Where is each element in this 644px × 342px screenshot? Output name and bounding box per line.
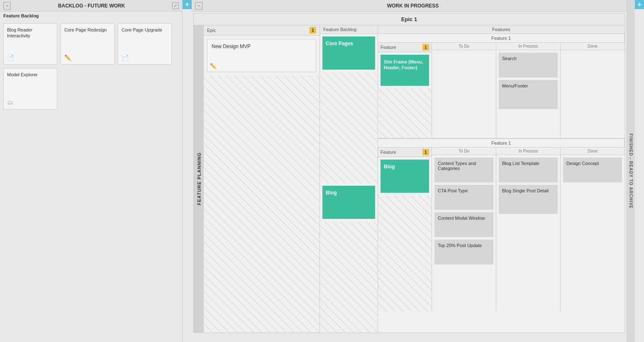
feature2-section-header: Feature 1 [378,139,624,148]
new-design-mvp-card[interactable]: New Design MVP ✏️ [207,39,316,72]
f2-diag [378,195,432,311]
content-types-card[interactable]: Content Types and Categories [434,158,493,182]
feature2-inprocess-content: Blog List Template Blog Single Post Deta… [496,158,560,214]
add-col-button[interactable]: + [183,0,192,9]
feature2-col: Feature 1 Blog [378,148,432,311]
feature-backlog-column: Feature Backlog Core Pages Blog [320,25,378,332]
card-title-core-redesign: Core Page Redesign [64,27,111,33]
backlog-card-core-upgrade[interactable]: Core Page Upgrade 📄 [118,23,172,65]
backlog-collapse-btn[interactable]: − [3,2,11,10]
epic-diag-fill [204,75,320,332]
feature1-done-col: Done [561,43,624,138]
finished-sidebar: FINISHED - READY TO ARCHIVE [627,0,635,342]
card-title-blog-reader: Blog Reader Interactivity [7,27,54,39]
wip-content: Epic 1 FEATURE PLANNING Epic 1 New Desig… [192,12,627,342]
epic-title: Epic 1 [194,14,624,25]
stack-icon-3: 🗂 [7,99,13,106]
search-card[interactable]: Search [499,53,558,78]
backlog-panel: − BACKLOG - FUTURE WORK ⤢ Feature Backlo… [0,0,183,342]
feature2-row: Feature 1 Blog To Do [378,148,624,311]
blog-single-post-card[interactable]: Blog Single Post Detail [499,185,558,214]
blog-list-template-card[interactable]: Blog List Template [499,158,558,182]
feature2-badge: 1 [422,149,429,155]
feature1-badge: 1 [422,44,429,51]
feature1-section-header: Feature 1 [378,34,624,43]
backlog-card-model-explorer[interactable]: Model Explorer 🗂 [3,68,57,109]
card-title-core-upgrade: Core Page Upgrade [122,27,168,33]
cta-post-type-card[interactable]: CTA Post Type [434,185,493,210]
backlog-card-blog-reader[interactable]: Blog Reader Interactivity 📄 [3,23,57,65]
right-add-button[interactable]: + [635,0,644,9]
backlog-header: − BACKLOG - FUTURE WORK ⤢ [0,0,182,12]
epic-main-row: FEATURE PLANNING Epic 1 New Design MVP ✏… [194,25,624,332]
epic-container: Epic 1 FEATURE PLANNING Epic 1 New Desig… [193,13,625,333]
right-add-area: + [635,0,644,342]
feature2-todo-col: To Do Content Types and Categories CTA P… [432,148,496,311]
feature2-inprocess-col: In Process Blog List Template Blog Singl… [496,148,561,311]
site-frame-card[interactable]: Site Frame (Menu, Header, Footer) [381,55,429,86]
core-pages-card[interactable]: Core Pages [322,36,375,70]
features-area: Features Feature 1 Feature 1 [378,25,624,332]
feature1-done-header: Done [561,43,624,50]
fb-diag-1 [320,72,378,183]
blog-card[interactable]: Blog [322,186,375,219]
epic-col-label: Epic [207,28,216,33]
design-concept-card[interactable]: Design Concept [563,158,622,182]
epic-col-content: New Design MVP ✏️ [204,36,320,332]
feature1-todo-content [432,50,496,116]
backlog-title: BACKLOG - FUTURE WORK [11,3,172,9]
feature1-todo-col: To Do [432,43,496,138]
wip-panel: − WORK IN PROGRESS Epic 1 FEATURE PLANNI… [192,0,627,342]
feature1-label: Feature 1 [378,34,624,42]
feature1-inprocess-header: In Process [496,43,560,50]
feature-backlog-label: Feature Backlog [323,27,356,32]
backlog-cards-container: Blog Reader Interactivity 📄 Core Page Re… [0,20,182,113]
feature1-todo-header: To Do [432,43,496,50]
add-col-btn-area: + [183,0,192,342]
doc-icon-2: 📄 [122,54,129,61]
feature-backlog-header: Feature Backlog [320,25,378,34]
feature2-todo-content: Content Types and Categories CTA Post Ty… [432,158,496,264]
epic-col-header: Epic 1 [204,25,320,36]
menu-footer-card[interactable]: Menu/Footer [499,80,558,109]
features-header-label: Features [378,25,624,34]
pencil-card-icon: ✏️ [210,63,217,69]
epic-column: Epic 1 New Design MVP ✏️ [204,25,320,332]
f1-diag [378,88,432,138]
backlog-resize-btn[interactable]: ⤢ [172,2,179,9]
fb-diag-2 [320,221,378,332]
wip-title: WORK IN PROGRESS [202,3,623,9]
epic-badge: 1 [310,27,316,34]
blog-feature-card[interactable]: Blog [381,160,429,193]
feature1-inprocess-col: In Process Search Menu/Footer [496,43,561,138]
feature2-done-col: Done Design Concept [561,148,624,311]
pencil-icon-1: ✏️ [64,54,71,61]
feature2-label: Feature 1 [378,139,624,147]
new-design-mvp-title: New Design MVP [212,44,312,49]
feature2-inprocess-header: In Process [496,148,560,155]
backlog-card-core-redesign[interactable]: Core Page Redesign ✏️ [61,23,115,65]
doc-icon-0: 📄 [7,54,14,61]
feature1-inprocess-content: Search Menu/Footer [496,53,560,109]
feature1-col: Feature 1 Site Frame (Menu, Header, Foot… [378,43,432,138]
feature2-col-header: Feature 1 [378,148,432,157]
feature1-done-content [561,50,624,116]
wip-collapse-btn[interactable]: − [195,2,202,10]
feature2-todo-header: To Do [432,148,496,155]
card-title-model-explorer: Model Explorer [7,72,54,78]
feature2-done-header: Done [561,148,624,155]
feature1-row: Feature 1 Site Frame (Menu, Header, Foot… [378,43,624,139]
feature-planning-sidebar: FEATURE PLANNING [194,25,204,332]
feature1-col-header: Feature 1 [378,43,432,52]
backlog-subheader: Feature Backlog [0,12,182,20]
top20-post-card[interactable]: Top 20% Post Update [434,240,493,264]
wip-header: − WORK IN PROGRESS [192,0,627,12]
content-modal-card[interactable]: Content Modal Window [434,212,493,237]
feature2-done-content: Design Concept [561,158,624,182]
